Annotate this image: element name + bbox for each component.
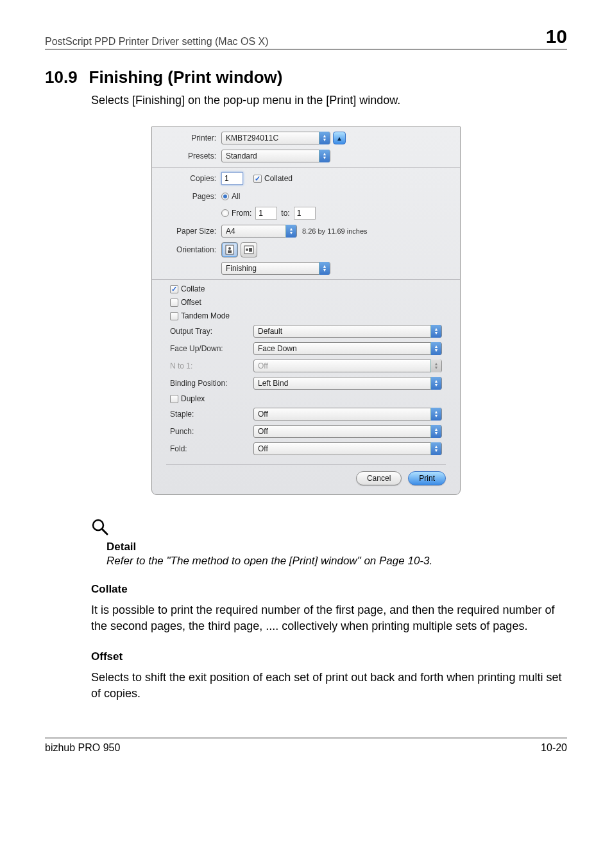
binding-label: Binding Position: bbox=[170, 379, 253, 388]
chevron-updown-icon: ▲▼ bbox=[319, 132, 330, 144]
chapter-number: 10 bbox=[546, 26, 567, 48]
magnifier-icon bbox=[91, 518, 567, 539]
orientation-label: Orientation: bbox=[162, 245, 221, 254]
presets-label: Presets: bbox=[162, 152, 221, 161]
fold-label: Fold: bbox=[170, 444, 253, 453]
pages-all-radio[interactable] bbox=[221, 193, 229, 200]
paper-size-value: A4 bbox=[226, 227, 235, 236]
chevron-updown-icon: ▲▼ bbox=[319, 150, 330, 162]
paper-dimensions: 8.26 by 11.69 inches bbox=[302, 227, 368, 235]
output-tray-value: Default bbox=[258, 327, 282, 336]
tandem-label: Tandem Mode bbox=[181, 311, 230, 320]
footer-page: 10-20 bbox=[541, 742, 567, 754]
fold-select[interactable]: Off ▲▼ bbox=[253, 442, 442, 455]
divider bbox=[152, 167, 460, 168]
orientation-portrait-button[interactable] bbox=[221, 242, 238, 257]
svg-point-1 bbox=[228, 247, 231, 250]
chevron-updown-icon: ▲▼ bbox=[430, 342, 441, 355]
chevron-updown-icon: ▲▼ bbox=[285, 225, 296, 238]
detail-heading: Detail bbox=[106, 541, 567, 553]
pages-label: Pages: bbox=[162, 192, 221, 201]
chevron-updown-icon: ▲▼ bbox=[319, 262, 330, 275]
divider bbox=[152, 279, 460, 280]
detail-body: Refer to the "The method to open the [Pr… bbox=[106, 555, 567, 568]
paper-size-label: Paper Size: bbox=[162, 227, 221, 236]
page-footer: bizhub PRO 950 10-20 bbox=[45, 738, 567, 754]
pages-to-input[interactable] bbox=[294, 207, 316, 220]
punch-label: Punch: bbox=[170, 427, 253, 436]
chevron-updown-icon: ▲▼ bbox=[430, 360, 441, 372]
presets-select[interactable]: Standard ▲▼ bbox=[221, 150, 330, 162]
pane-select[interactable]: Finishing ▲▼ bbox=[221, 262, 330, 275]
print-button[interactable]: Print bbox=[408, 471, 446, 485]
face-label: Face Up/Down: bbox=[170, 344, 253, 353]
offset-checkbox[interactable] bbox=[170, 299, 178, 307]
chevron-updown-icon: ▲▼ bbox=[430, 377, 441, 390]
copies-input[interactable] bbox=[221, 172, 243, 185]
pages-from-radio[interactable] bbox=[221, 209, 229, 217]
section-heading: 10.9 Finishing (Print window) bbox=[45, 67, 567, 87]
output-tray-select[interactable]: Default ▲▼ bbox=[253, 325, 442, 338]
landscape-icon bbox=[244, 245, 254, 254]
chevron-updown-icon: ▲▼ bbox=[430, 408, 441, 421]
pages-from-input[interactable] bbox=[255, 207, 277, 220]
nto1-label: N to 1: bbox=[170, 361, 253, 370]
face-value: Face Down bbox=[258, 344, 297, 353]
header-title: PostScript PPD Printer Driver setting (M… bbox=[45, 36, 269, 48]
copies-label: Copies: bbox=[162, 174, 221, 183]
section-title: Finishing (Print window) bbox=[89, 67, 283, 87]
collated-label: Collated bbox=[264, 174, 293, 183]
paper-size-select[interactable]: A4 ▲▼ bbox=[221, 225, 297, 238]
disclosure-button[interactable]: ▲ bbox=[333, 132, 346, 144]
nto1-select: Off ▲▼ bbox=[253, 360, 442, 372]
presets-value: Standard bbox=[226, 152, 257, 161]
portrait-icon bbox=[225, 245, 234, 255]
print-dialog: Printer: KMBT294011C ▲▼ ▲ Presets: Stand… bbox=[151, 126, 461, 495]
pane-select-value: Finishing bbox=[226, 264, 257, 273]
collate-label: Collate bbox=[181, 284, 205, 293]
section-number: 10.9 bbox=[45, 67, 78, 87]
face-select[interactable]: Face Down ▲▼ bbox=[253, 342, 442, 355]
pages-all-label: All bbox=[232, 192, 240, 201]
offset-body: Selects to shift the exit position of ea… bbox=[91, 670, 567, 702]
binding-value: Left Bind bbox=[258, 379, 288, 388]
staple-select[interactable]: Off ▲▼ bbox=[253, 408, 442, 421]
binding-select[interactable]: Left Bind ▲▼ bbox=[253, 377, 442, 390]
svg-line-7 bbox=[102, 529, 107, 534]
collate-body: It is possible to print the required num… bbox=[91, 602, 567, 634]
tandem-checkbox[interactable] bbox=[170, 312, 178, 320]
chevron-updown-icon: ▲▼ bbox=[430, 442, 441, 455]
detail-block: Detail Refer to the "The method to open … bbox=[91, 518, 567, 568]
offset-label: Offset bbox=[181, 298, 201, 307]
pages-to-label: to: bbox=[281, 209, 289, 218]
svg-rect-5 bbox=[249, 248, 252, 252]
pages-from-label: From: bbox=[232, 209, 251, 218]
staple-label: Staple: bbox=[170, 410, 253, 419]
page-header: PostScript PPD Printer Driver setting (M… bbox=[45, 26, 567, 49]
printer-select[interactable]: KMBT294011C ▲▼ bbox=[221, 132, 330, 144]
collate-heading: Collate bbox=[91, 583, 567, 596]
chevron-updown-icon: ▲▼ bbox=[430, 325, 441, 338]
punch-select[interactable]: Off ▲▼ bbox=[253, 425, 442, 438]
orientation-landscape-button[interactable] bbox=[241, 242, 257, 257]
cancel-button[interactable]: Cancel bbox=[356, 471, 402, 485]
collate-checkbox[interactable]: ✓ bbox=[170, 285, 178, 293]
staple-value: Off bbox=[258, 410, 268, 419]
footer-product: bizhub PRO 950 bbox=[45, 742, 120, 754]
duplex-label: Duplex bbox=[181, 394, 205, 403]
printer-value: KMBT294011C bbox=[226, 134, 278, 143]
chevron-updown-icon: ▲▼ bbox=[430, 425, 441, 438]
fold-value: Off bbox=[258, 444, 268, 453]
printer-label: Printer: bbox=[162, 134, 221, 143]
collated-checkbox[interactable]: ✓ bbox=[253, 175, 262, 183]
section-description: Selects [Finishing] on the pop-up menu i… bbox=[91, 92, 567, 108]
svg-rect-2 bbox=[228, 250, 232, 253]
output-tray-label: Output Tray: bbox=[170, 327, 253, 336]
punch-value: Off bbox=[258, 427, 268, 436]
offset-heading: Offset bbox=[91, 650, 567, 663]
duplex-checkbox[interactable] bbox=[170, 395, 178, 403]
svg-point-4 bbox=[246, 248, 248, 251]
nto1-value: Off bbox=[258, 361, 268, 370]
